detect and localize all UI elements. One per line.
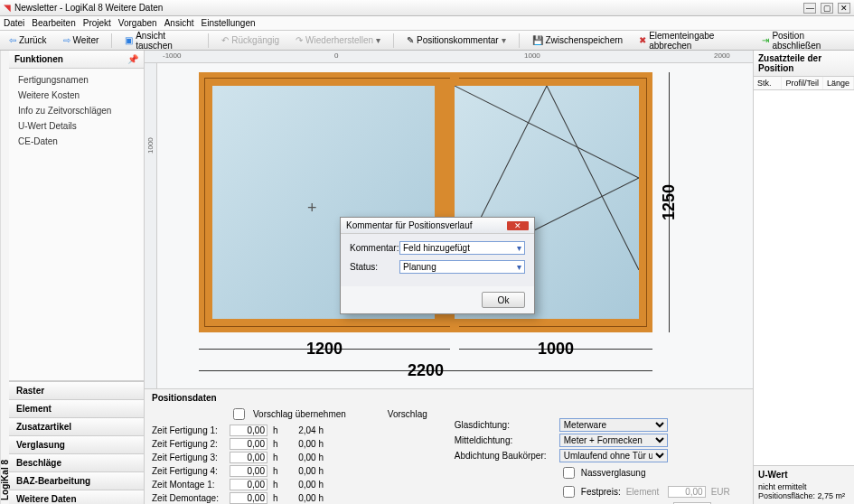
redo-button[interactable]: ↷Wiederherstellen▾ — [290, 33, 386, 47]
save-icon: 💾 — [532, 35, 543, 45]
zusatzteile-cols: Stk.Profil/TeilLänge — [754, 77, 854, 90]
arrow-left-icon: ⇦ — [9, 35, 16, 45]
vorschlag-header: Vorschlag — [388, 409, 427, 419]
kommentar-label: Kommentar: — [350, 243, 399, 253]
dialog-title: Kommentar für Positionsverlauf — [346, 220, 473, 230]
func-weitere-kosten[interactable]: Weitere Kosten — [9, 88, 144, 103]
kommentar-field[interactable]: Feld hinzugefügt▾ — [399, 241, 525, 255]
pin-icon[interactable]: 📌 — [127, 54, 138, 64]
app-rail: LogiKal 8 — [0, 51, 9, 504]
func-fertigungsnamen[interactable]: Fertigungsnamen — [9, 72, 144, 88]
func-uwert-details[interactable]: U-Wert Details — [9, 118, 144, 134]
montage-input[interactable] — [230, 479, 267, 490]
element-price — [668, 486, 706, 498]
fert4-input[interactable] — [230, 465, 267, 477]
cancel-button[interactable]: ✖Elementeingabe abbrechen — [633, 29, 751, 52]
menu-bearbeiten[interactable]: Bearbeiten — [32, 18, 75, 28]
undo-icon: ↶ — [221, 35, 229, 45]
cancel-icon: ✖ — [639, 35, 646, 45]
abdichtung-select[interactable]: Umlaufend ohne Tür und U — [559, 449, 668, 462]
dim-height: 1250 — [660, 72, 679, 332]
next-button[interactable]: ⇨Weiter — [58, 33, 105, 47]
nav-element[interactable]: Element — [9, 399, 144, 417]
nav-baz[interactable]: BAZ-Bearbeitung — [9, 471, 144, 490]
dialog-ok-button[interactable]: Ok — [482, 292, 525, 308]
ruler-vertical: 1000 — [145, 63, 157, 388]
svg-line-3 — [547, 86, 639, 270]
redo-icon: ↷ — [296, 35, 303, 45]
status-field[interactable]: Planung▾ — [399, 260, 525, 274]
menu-ansicht[interactable]: Ansicht — [164, 18, 194, 28]
posdata-title: Positionsdaten — [152, 393, 746, 403]
mitteldichtung-select[interactable]: Meter + Formecken — [559, 434, 668, 447]
monitor-icon: ▣ — [125, 35, 133, 45]
min-button[interactable]: — — [803, 3, 816, 14]
menu-einstellungen[interactable]: Einstellungen — [201, 18, 255, 28]
kommentar-dialog: Kommentar für Positionsverlauf ✕ Komment… — [340, 217, 535, 314]
nav-zusatzartikel[interactable]: Zusatzartikel — [9, 417, 144, 435]
zusatzteile-list[interactable] — [754, 90, 854, 465]
crosshair-icon: + — [307, 199, 317, 218]
ruler-horizontal: -1000 0 1000 2000 — [145, 51, 753, 63]
dim-right: 1000 — [459, 340, 652, 359]
swap-view-button[interactable]: ▣Ansicht tauschen — [119, 29, 201, 52]
comment-button[interactable]: ✎Positionskommentar▾ — [401, 33, 511, 47]
finish-icon: ⇥ — [762, 35, 769, 45]
save-button[interactable]: 💾Zwischenspeichern — [527, 33, 629, 47]
fert3-input[interactable] — [230, 452, 267, 463]
chk-vorschlag[interactable] — [233, 408, 245, 420]
nav-raster[interactable]: Raster — [9, 381, 144, 399]
toolbar: ⇦Zurück ⇨Weiter ▣Ansicht tauschen ↶Rückg… — [0, 31, 854, 51]
nav-stack: Raster Element Zusatzartikel Verglasung … — [9, 381, 144, 504]
glasdichtung-select[interactable]: Meterware — [559, 418, 668, 432]
uwert-panel: U-Wert nicht ermittelt Positionsfläche: … — [754, 465, 854, 504]
menu-vorgaben[interactable]: Vorgaben — [118, 18, 157, 28]
dim-left: 1200 — [199, 340, 450, 359]
finish-button[interactable]: ⇥Position abschließen — [756, 29, 850, 52]
undo-button[interactable]: ↶Rückgängig — [216, 33, 285, 47]
chk-fest[interactable] — [563, 486, 575, 498]
dialog-close-button[interactable]: ✕ — [507, 221, 529, 230]
close-button[interactable]: ✕ — [838, 3, 850, 14]
chk-nass[interactable] — [563, 467, 575, 479]
status-label: Status: — [350, 262, 399, 272]
right-panel: Zusatzteile der Position Stk.Profil/Teil… — [753, 51, 854, 504]
svg-line-0 — [455, 86, 639, 178]
func-zeitvorschlaege[interactable]: Info zu Zeitvorschlägen — [9, 103, 144, 118]
functions-header: Funktionen 📌 — [9, 51, 144, 69]
arrow-right-icon: ⇨ — [63, 35, 70, 45]
left-sidebar: Funktionen 📌 Fertigungsnamen Weitere Kos… — [9, 51, 145, 504]
dim-total: 2200 — [199, 361, 652, 380]
nav-weitere-daten[interactable]: Weitere Daten — [9, 490, 144, 504]
menu-projekt[interactable]: Projekt — [83, 18, 111, 28]
menu-datei[interactable]: Datei — [4, 18, 24, 28]
fert2-input[interactable] — [230, 438, 267, 450]
positionsdaten-panel: Positionsdaten Vorschlag übernehmen Vors… — [145, 388, 753, 504]
fert1-input[interactable] — [230, 425, 267, 436]
app-icon: ◥ — [4, 3, 11, 13]
func-ce-daten[interactable]: CE-Daten — [9, 134, 144, 149]
titlebar: ◥ Newsletter - LogiKal 8 Weitere Daten —… — [0, 0, 854, 16]
zusatzteile-header: Zusatzteile der Position — [754, 51, 854, 77]
nav-verglasung[interactable]: Verglasung — [9, 435, 144, 453]
comment-icon: ✎ — [407, 35, 414, 45]
max-button[interactable]: ▢ — [821, 3, 833, 14]
nav-beschlaege[interactable]: Beschläge — [9, 453, 144, 471]
window-title: Newsletter - LogiKal 8 Weitere Daten — [14, 3, 163, 13]
demontage-input[interactable] — [230, 492, 267, 504]
back-button[interactable]: ⇦Zurück — [4, 33, 52, 47]
